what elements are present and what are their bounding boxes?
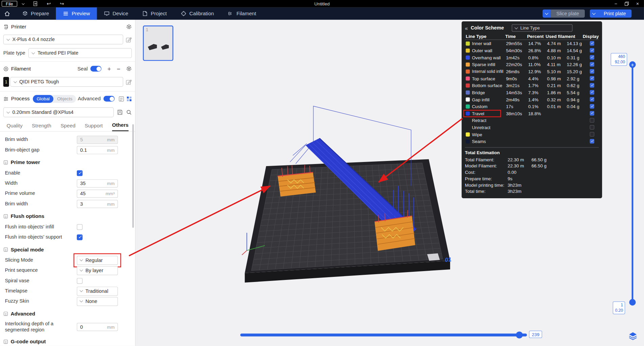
tab-strength[interactable]: Strength — [32, 123, 51, 131]
display-checkbox[interactable] — [590, 83, 594, 87]
layer-slider-top-handle[interactable]: + — [629, 61, 636, 68]
display-checkbox[interactable] — [590, 76, 594, 81]
layer-slider-bottom-handle[interactable] — [629, 299, 636, 305]
tab-speed[interactable]: Speed — [61, 123, 75, 131]
spiral-vase-checkbox[interactable] — [77, 278, 83, 284]
tab-others[interactable]: Others — [112, 122, 129, 131]
main-tab-bar: Prepare Preview Device Project Calibrati… — [0, 7, 644, 20]
advanced-toggle[interactable] — [104, 96, 115, 102]
remove-filament-icon[interactable]: − — [117, 66, 120, 72]
timelapse-select[interactable]: Traditional — [77, 286, 118, 296]
print-plate-button[interactable]: Print plate — [590, 9, 632, 18]
prime-tower-width-input[interactable]: 35mm — [77, 179, 118, 187]
tab-support[interactable]: Support — [85, 123, 103, 131]
display-checkbox[interactable] — [590, 90, 594, 95]
filament-slot-badge[interactable]: 1 — [3, 77, 9, 87]
display-checkbox[interactable] — [590, 125, 594, 129]
printer-settings-gear-icon[interactable] — [126, 24, 132, 29]
filament-select[interactable]: QIDI PETG Tough — [10, 77, 123, 87]
total-estimation-title: Total Estimation — [465, 149, 599, 156]
process-scope-objects[interactable]: Objects — [53, 96, 76, 101]
minimize-icon[interactable]: − — [615, 1, 618, 6]
fuzzy-skin-select[interactable]: None — [77, 297, 118, 306]
display-checkbox[interactable] — [590, 69, 594, 74]
color-scheme-panel: « Color Scheme Line Type Line TypeTimePe… — [462, 21, 602, 198]
section-prime-tower: Prime tower — [0, 157, 135, 168]
display-checkbox[interactable] — [590, 55, 594, 60]
tab-device[interactable]: Device — [97, 7, 135, 20]
display-checkbox[interactable] — [590, 104, 594, 108]
maximize-icon[interactable] — [625, 2, 629, 6]
search-icon[interactable] — [126, 109, 132, 115]
view-mode-select[interactable]: Line Type — [512, 24, 573, 32]
print-options-chevron-icon[interactable] — [590, 9, 598, 18]
tab-project[interactable]: Project — [135, 7, 174, 20]
settings-list-icon[interactable] — [119, 96, 124, 101]
tab-calibration[interactable]: Calibration — [174, 7, 221, 20]
edit-filament-icon[interactable] — [126, 79, 132, 85]
filament-spool-icon — [3, 66, 9, 72]
flush-support-checkbox[interactable] — [77, 234, 83, 240]
process-section-header: Process Global Objects Advanced — [0, 94, 135, 104]
process-preset-select[interactable]: 0.20mm Standard @XPlus4 — [3, 107, 114, 117]
plate-type-select[interactable]: Textured PEI Plate — [28, 48, 132, 58]
layers-view-icon[interactable] — [628, 331, 638, 341]
tab-preview[interactable]: Preview — [56, 7, 97, 20]
print-sequence-select[interactable]: By layer — [77, 266, 118, 275]
display-checkbox[interactable] — [590, 41, 594, 45]
advanced-label: Advanced — [78, 96, 101, 102]
sidebar-scrollbar[interactable] — [132, 124, 134, 228]
slice-plate-button[interactable]: Slice plate — [542, 9, 585, 18]
collapse-panel-icon[interactable]: « — [465, 25, 468, 31]
printer-select[interactable]: X-Plus 4 0.4 nozzle — [3, 35, 123, 44]
display-checkbox[interactable] — [590, 111, 594, 116]
edit-printer-icon[interactable] — [126, 36, 132, 42]
line-type-row: Overhang wall 1m42s0.8%0.10 m0.31 g — [465, 54, 599, 61]
line-type-row: Internal solid infill 26m8s12.9%5.10 m15… — [465, 68, 599, 75]
save-preset-icon[interactable] — [117, 109, 123, 115]
brim-object-gap-input[interactable]: 0.1mm — [77, 146, 118, 154]
prime-volume-input[interactable]: 45mm³ — [77, 189, 118, 198]
seal-label: Seal — [77, 66, 88, 72]
prime-tower-brim-width-input[interactable]: 3mm — [77, 200, 118, 208]
section-gcode-output: G-code output — [0, 337, 135, 346]
layer-slider-track[interactable] — [632, 65, 634, 302]
application-window: 01 File ↩ ↪ Untitled − × Prepare Preview — [0, 0, 644, 346]
slicing-mode-select[interactable]: Regular — [77, 256, 118, 265]
flush-infill-checkbox[interactable] — [77, 224, 83, 230]
step-slider-handle[interactable] — [516, 331, 523, 339]
home-icon[interactable] — [0, 11, 15, 17]
parameter-list: Brim width 5mm Brim-object gap 0.1mm Pri… — [0, 131, 135, 346]
display-checkbox[interactable] — [590, 132, 594, 137]
swatch — [466, 90, 470, 94]
interlocking-depth-input[interactable]: 0mm — [77, 323, 118, 331]
printer-section-header: Printer — [0, 22, 135, 32]
tab-prepare[interactable]: Prepare — [15, 7, 56, 20]
step-value-badge: 239 — [529, 331, 542, 338]
display-checkbox[interactable] — [590, 62, 594, 66]
param-row: Timelapse Traditional — [0, 286, 135, 296]
flush-options-icon — [4, 214, 8, 218]
total-row: Model printing time:3h23m — [465, 182, 599, 188]
display-checkbox[interactable] — [590, 97, 594, 101]
prime-tower-enable-checkbox[interactable] — [77, 170, 83, 176]
step-slider-track[interactable] — [240, 333, 527, 336]
tab-filament[interactable]: Filament — [221, 7, 263, 20]
objects-grid-icon[interactable] — [127, 96, 132, 101]
process-scope-global[interactable]: Global — [33, 95, 53, 103]
brim-width-input[interactable]: 5mm — [77, 136, 118, 144]
slice-options-chevron-icon[interactable] — [542, 9, 551, 18]
line-type-row: Bridge 14m53s7.3%1.86 m5.54 g — [465, 89, 599, 96]
display-checkbox[interactable] — [590, 139, 594, 143]
display-checkbox[interactable] — [590, 48, 594, 53]
close-icon[interactable]: × — [636, 1, 639, 6]
seal-toggle[interactable] — [91, 66, 102, 72]
swatch — [466, 55, 470, 59]
process-scope-switch[interactable]: Global Objects — [33, 95, 76, 103]
swatch — [466, 111, 470, 115]
filament-settings-gear-icon[interactable] — [126, 66, 132, 72]
display-checkbox[interactable] — [590, 118, 594, 122]
add-filament-icon[interactable]: + — [107, 66, 111, 72]
plate-thumbnail[interactable]: 1 — [143, 25, 173, 61]
tab-quality[interactable]: Quality — [6, 123, 22, 131]
